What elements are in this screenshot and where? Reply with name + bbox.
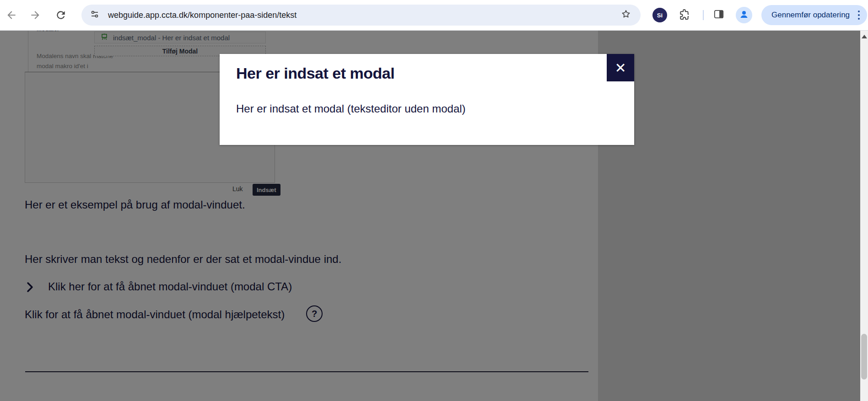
- omnibox[interactable]: webguide.app.ccta.dk/komponenter-paa-sid…: [81, 5, 641, 26]
- scrollbar-thumb[interactable]: [861, 334, 867, 380]
- reload-icon: [55, 9, 67, 21]
- scrollbar-up-arrow-icon[interactable]: [862, 35, 867, 38]
- scrollbar[interactable]: [860, 30, 868, 401]
- extensions-icon[interactable]: [678, 8, 691, 22]
- side-panel-icon[interactable]: [713, 8, 725, 22]
- forward-arrow-icon: [29, 9, 41, 21]
- site-settings-icon[interactable]: [90, 9, 100, 21]
- modal-close-button[interactable]: ✕: [607, 54, 634, 81]
- update-button-label: Gennemfør opdatering: [771, 11, 850, 20]
- url-text[interactable]: webguide.app.ccta.dk/komponenter-paa-sid…: [108, 11, 620, 20]
- forward-button[interactable]: [27, 7, 43, 23]
- browser-toolbar: webguide.app.ccta.dk/komponenter-paa-sid…: [0, 0, 868, 31]
- browser-window: webguide.app.ccta.dk/komponenter-paa-sid…: [0, 0, 868, 401]
- back-button[interactable]: [4, 7, 19, 23]
- back-arrow-icon: [5, 9, 17, 21]
- page-content: Modaler Modalens navn skal matche modal …: [0, 30, 868, 401]
- site-profile-badge[interactable]: Si: [652, 8, 667, 22]
- modal-dialog: Her er indsat et modal Her er indsat et …: [220, 54, 634, 145]
- toolbar-divider: [703, 10, 704, 20]
- close-icon: ✕: [615, 60, 626, 76]
- modal-title: Her er indsat et modal: [236, 64, 394, 82]
- chrome-update-button[interactable]: Gennemfør opdatering: [761, 5, 867, 25]
- person-icon: [739, 9, 749, 21]
- profile-avatar[interactable]: [736, 7, 752, 23]
- reload-button[interactable]: [53, 7, 69, 23]
- bookmark-star-icon[interactable]: [620, 9, 631, 21]
- kebab-menu-icon[interactable]: [856, 9, 862, 21]
- modal-body-text: Her er indsat et modal (teksteditor uden…: [236, 102, 466, 115]
